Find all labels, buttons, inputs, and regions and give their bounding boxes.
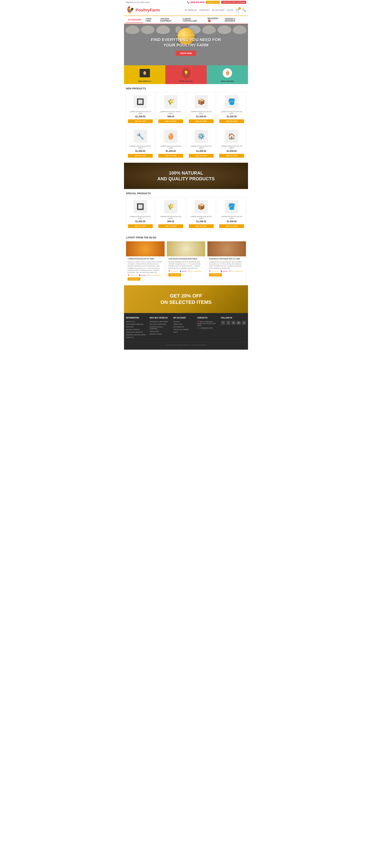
product-name: LOREM IPSUM DOLOR SIT AMET — [189, 111, 213, 115]
special-products-grid: 🔲 LOREM IPSUM DOLOR SIT AMET $1,359.50 A… — [126, 197, 246, 230]
footer-link[interactable]: MY WISHLIST — [173, 326, 194, 328]
product-card-new-4: 🔧 LOREM IPSUM DOLOR SIT AMET $1,359.50 A… — [126, 127, 155, 160]
shop-now-button[interactable]: SHOP NOW — [176, 51, 196, 56]
footer-link[interactable]: HELP — [173, 331, 194, 333]
feature-free-shipping[interactable]: 🥚 FREE SHIPPING — [207, 65, 248, 84]
footer-link[interactable]: CUSTOMER SERVICE — [126, 323, 147, 325]
blog-content-0: LOREM IPSUM DOLOR SIT AMET DONEC SIT AME… — [126, 256, 165, 282]
social-icon-f[interactable]: f — [221, 321, 225, 325]
add-to-cart-button[interactable]: ADD TO CART — [219, 119, 244, 123]
footer-col-title: CONTACTS — [197, 317, 218, 319]
blog-image-1 — [167, 241, 205, 256]
add-to-cart-button[interactable]: ADD TO CART — [159, 154, 183, 158]
lamp-icon: 💡 — [182, 68, 190, 78]
footer-link[interactable]: GROUP SALES — [150, 333, 171, 335]
add-to-cart-button[interactable]: ADD TO CART — [189, 119, 213, 123]
add-to-cart-button[interactable]: ADD TO CART — [128, 154, 153, 158]
product-img: 🥚 — [159, 129, 183, 144]
social-icon-g+[interactable]: g+ — [237, 321, 241, 325]
footer-link[interactable]: ABOUT US — [126, 321, 147, 322]
header-links: MY WISHLIST CHECKOUT MY ACCOUNT LOG IN 🛒… — [185, 8, 246, 12]
nav-item-brooders[interactable]: BROODERS 2 — [206, 16, 223, 24]
free-delivery-button[interactable]: FREE DELIVERY OVER $99 — [221, 1, 246, 4]
welcome-text: Welcome to our online store! — [126, 1, 150, 3]
product-price: $49.50 — [159, 220, 183, 223]
footer-link[interactable]: AFFILIATES — [150, 331, 171, 332]
product-price: $1,359.50 — [219, 220, 244, 223]
cart-badge: 2 — [238, 7, 241, 10]
blog-card-0: LOREM IPSUM DOLOR SIT AMET DONEC SIT AME… — [126, 241, 165, 282]
product-price: $1,359.50 — [159, 150, 183, 152]
footer-link[interactable]: TRACK MY ORDER — [173, 329, 194, 331]
footer-link[interactable]: SITE MAP — [126, 326, 147, 328]
footer-link[interactable]: ADVANCED SEARCH — [126, 331, 147, 333]
product-icon: 🪣 — [225, 200, 238, 213]
feature-extra-off[interactable]: 💡 EXTRA 15% OFF — [165, 65, 207, 84]
product-img: ⚙️ — [189, 129, 213, 144]
add-to-cart-button[interactable]: ADD TO CART — [128, 119, 153, 123]
logo[interactable]: 🐓 PoultryFarm — [126, 6, 160, 14]
special-products-section: SPECIAL PRODUCTS 🔲 LOREM IPSUM DOLOR SIT… — [124, 189, 248, 233]
footer-link[interactable]: ORDERS AND RETURNS — [126, 334, 147, 336]
blog-meta: 📅 12.03.2015 👤 ADMIN 💬 NO COMMENTS — [127, 275, 163, 276]
search-icon[interactable]: 🔍 — [242, 8, 246, 12]
social-icon-in[interactable]: in — [231, 321, 236, 325]
product-card-new-5: 🥚 LOREM IPSUM DOLOR SIT AMET $1,359.50 A… — [156, 127, 185, 160]
read-more-button[interactable]: READ MORE — [209, 273, 222, 276]
add-to-cart-button[interactable]: ADD TO CART — [189, 154, 213, 158]
nav-item-climate-controllers[interactable]: CLIMATE CONTROLLERS — [181, 16, 205, 24]
feature-label-3: FREE SHIPPING — [207, 80, 248, 83]
nav-item-feeders-waterers[interactable]: FEEDERS & WATERERS — [223, 16, 246, 24]
add-to-cart-button[interactable]: ADD TO CART — [159, 119, 183, 123]
product-icon: 🌾 — [164, 95, 177, 108]
footer-link[interactable]: SIGN IN — [173, 321, 194, 322]
social-icon-t[interactable]: t — [226, 321, 230, 325]
footer-copyright: © 2015 MAGENTO DEMO STORE. ALL RIGHTS RE… — [126, 342, 246, 346]
social-icon-p[interactable]: p — [242, 321, 246, 325]
main-nav: ACCESSORIES CHICK CARE CHICKEN EQUIPMENT… — [124, 16, 248, 24]
footer-link[interactable]: INTERNATIONAL SHIPPING — [150, 326, 171, 330]
my-account-link[interactable]: MY ACCOUNT — [212, 9, 225, 11]
contact-us-button[interactable]: CONTACT US — [206, 1, 220, 4]
blog-post-title: CUM SOCIIS NATOQUE PENATIBUS — [168, 258, 204, 260]
footer-link[interactable]: CONTACT — [126, 337, 147, 338]
footer-link[interactable]: SHIPPING & RETURNS — [150, 321, 171, 322]
quality-banner: 100% NATURAL AND QUALITY PRODUCTS — [124, 163, 248, 189]
hero-title: FIND EVERYTHING YOU NEED FOR YOUR POULTR… — [151, 37, 221, 48]
add-to-cart-button[interactable]: ADD TO CART — [219, 224, 244, 228]
add-to-cart-button[interactable]: ADD TO CART — [128, 224, 153, 228]
footer-link[interactable]: SECURE SHOPPING — [150, 323, 171, 325]
product-price: $1,359.50 — [189, 150, 213, 152]
footer-link[interactable]: SEARCH TERMS — [126, 329, 147, 331]
product-name: LOREM IPSUM DOLOR SIT AMET — [159, 111, 183, 115]
nav-item-chick-care[interactable]: CHICK CARE — [144, 16, 158, 24]
product-name: LOREM IPSUM DOLOR SIT AMET — [219, 216, 244, 219]
add-to-cart-button[interactable]: ADD TO CART — [159, 224, 183, 228]
promo-banner: GET 20% OFF ON SELECTED ITEMS — [124, 285, 248, 313]
blog-date: 📅 12.03.2015 — [127, 275, 137, 276]
blog-image-2 — [207, 241, 246, 256]
product-card-new-0: 🔲 LOREM IPSUM DOLOR SIT AMET $1,359.50 A… — [126, 92, 155, 125]
read-more-button[interactable]: READ MORE — [168, 273, 181, 276]
header: 🐓 PoultryFarm MY WISHLIST CHECKOUT MY AC… — [124, 5, 248, 16]
checkout-link[interactable]: CHECKOUT — [199, 9, 210, 11]
footer-col-1: WHY BUY FROM USSHIPPING & RETURNSSECURE … — [150, 317, 171, 339]
product-img: 🔧 — [128, 129, 153, 144]
my-wishlist-link[interactable]: MY WISHLIST — [185, 9, 197, 11]
footer-link[interactable]: VIEW CART — [173, 323, 194, 325]
add-to-cart-button[interactable]: ADD TO CART — [219, 154, 244, 158]
product-price: $1,359.50 — [189, 115, 213, 118]
read-more-button[interactable]: READ MORE — [127, 277, 140, 281]
cart-icon[interactable]: 🛒 2 — [235, 8, 240, 12]
nav-item-chicken-equipment[interactable]: CHICKEN EQUIPMENT — [159, 16, 180, 24]
feature-new-arrivals[interactable]: 🥚 NEW ARRIVALS — [124, 65, 165, 84]
brooders-badge: 2 — [208, 20, 210, 22]
product-img: 🔲 — [128, 94, 153, 109]
add-to-cart-button[interactable]: ADD TO CART — [189, 224, 213, 228]
blog-author: 👤 ADMIN — [139, 275, 146, 276]
log-in-link[interactable]: LOG IN — [227, 9, 233, 11]
nav-item-accessories[interactable]: ACCESSORIES — [126, 17, 143, 23]
product-card-new-3: 🪣 LOREM IPSUM DOLOR SIT AMET $1,359.50 A… — [217, 92, 246, 125]
product-icon: 🔧 — [134, 130, 147, 143]
product-icon: 🪣 — [225, 95, 238, 108]
